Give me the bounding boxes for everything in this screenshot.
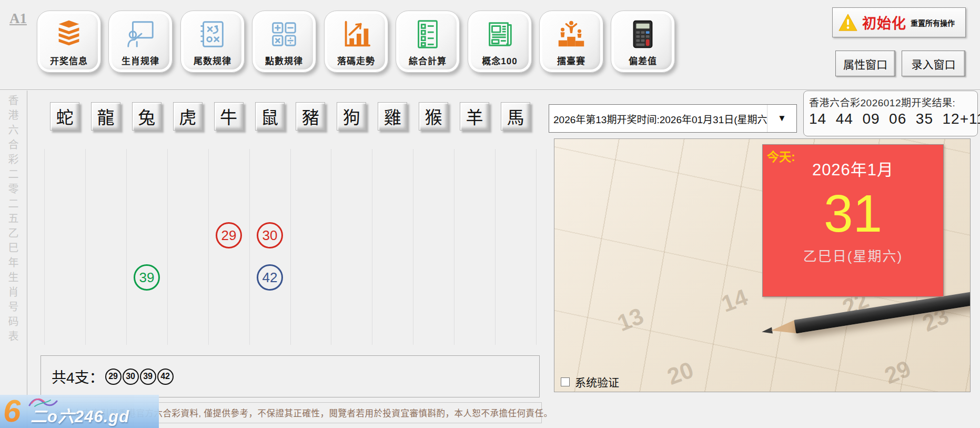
zodiac-column: [127, 149, 168, 345]
number-ball-30: 30: [257, 222, 283, 248]
zodiac-column: [331, 149, 372, 345]
number-ball-39: 39: [134, 264, 160, 291]
number-ball-29: 29: [216, 222, 242, 248]
summary-number-29: 29: [105, 369, 122, 385]
draw-result-title: 香港六合彩2026012期开奖结果:: [809, 95, 972, 109]
zodiac-column: [372, 149, 413, 345]
today-day: 31: [763, 182, 943, 244]
toolbar-button-label: 开奖信息: [50, 54, 88, 67]
toolbar-button-label: 點數規律: [265, 54, 303, 67]
bar-trend-icon: [340, 18, 372, 51]
zodiac-column: [291, 149, 332, 345]
system-verify-checkbox[interactable]: [561, 377, 570, 386]
zodiac-column: [86, 149, 127, 345]
system-verify-label: 系统验证: [575, 374, 619, 390]
today-day-info: 乙巳日(星期六): [763, 245, 943, 265]
today-label: 今天:: [767, 147, 795, 165]
books-icon: [53, 18, 85, 51]
entry-window-button[interactable]: 录入窗口: [902, 51, 965, 76]
zodiac-column: [168, 149, 209, 345]
system-verify-checkbox-row[interactable]: 系统验证: [561, 374, 619, 390]
toolbar-button-calculator[interactable]: 偏差值: [611, 11, 675, 73]
summary-box: 共4支： 29303942: [41, 355, 540, 397]
zodiac-column: [44, 149, 86, 345]
toolbar-button-label: 落碼走勢: [337, 54, 375, 67]
summary-number-39: 39: [140, 369, 156, 385]
period-select[interactable]: 2026年第13期开奖时间:2026年01月31日(星期六) ▼: [549, 104, 797, 133]
summary-number-30: 30: [123, 369, 139, 385]
watermark-logo: 6: [3, 395, 21, 428]
toolbar-button-math-signs[interactable]: 點數規律: [252, 11, 316, 73]
period-select-value: 2026年第13期开奖时间:2026年01月31日(星期六): [549, 112, 767, 126]
initialize-label: 初始化: [862, 12, 906, 33]
vertical-title: 香港六合彩二零二五乙巳年生肖号码表: [6, 95, 19, 345]
draw-result-numbers: 14 44 09 06 35 12+11: [809, 111, 972, 127]
toolbar-button-label: 尾数规律: [194, 54, 231, 67]
properties-window-label: 属性窗口: [843, 56, 887, 72]
toolbar-button-podium[interactable]: 擂臺賽: [539, 11, 603, 73]
number-ball-42: 42: [257, 264, 283, 291]
initialize-subtitle: 重置所有操作: [911, 17, 955, 28]
chevron-down-icon[interactable]: ▼: [767, 105, 796, 132]
summary-numbers: 29303942: [104, 369, 174, 385]
checklist-icon: [411, 18, 444, 51]
zodiac-column: [454, 149, 496, 345]
zodiac-button-8[interactable]: 狗: [337, 102, 366, 131]
toolbar-button-checklist[interactable]: 綜合計算: [396, 11, 460, 73]
zodiac-button-4[interactable]: 虎: [173, 102, 203, 131]
calendar-panel: 131422202923 今天: 2026年1月 31 乙巳日(星期六) 系统验…: [554, 138, 971, 392]
properties-window-button[interactable]: 属性窗口: [835, 51, 895, 76]
zodiac-button-9[interactable]: 雞: [378, 102, 407, 131]
summary-label: 共4支：: [52, 366, 104, 387]
zodiac-column: [496, 149, 537, 345]
zodiac-button-7[interactable]: 豬: [296, 102, 325, 131]
person-board-icon: [124, 18, 157, 51]
zodiac-number-grid: 29303942: [44, 149, 537, 345]
zodiac-button-1[interactable]: 蛇: [50, 102, 79, 131]
zodiac-button-3[interactable]: 兔: [132, 102, 161, 131]
newspaper-icon: [483, 18, 516, 51]
watermark-text: 二o六246.gd: [31, 403, 129, 427]
zodiac-button-11[interactable]: 羊: [460, 102, 489, 131]
toolbar-button-strategy-pad[interactable]: 尾数规律: [180, 11, 245, 73]
initialize-button[interactable]: 初始化 重置所有操作: [832, 7, 966, 37]
calculator-icon: [627, 18, 659, 51]
zodiac-button-12[interactable]: 馬: [501, 102, 530, 131]
zodiac-button-2[interactable]: 龍: [91, 102, 120, 131]
corner-label: A1: [9, 11, 27, 27]
toolbar-button-person-board[interactable]: 生肖规律: [108, 11, 173, 73]
toolbar-button-label: 擂臺賽: [557, 54, 585, 67]
left-panel-border: [27, 91, 27, 428]
toolbar-button-books[interactable]: 开奖信息: [37, 11, 101, 73]
warning-triangle-icon: [838, 13, 858, 33]
draw-result-box: 香港六合彩2026012期开奖结果: 14 44 09 06 35 12+11: [803, 91, 978, 136]
toolbar-button-newspaper[interactable]: 概念100: [468, 11, 532, 73]
today-card: 今天: 2026年1月 31 乙巳日(星期六): [762, 144, 944, 297]
toolbar-button-label: 概念100: [482, 54, 517, 67]
math-signs-icon: [268, 18, 300, 51]
strategy-pad-icon: [196, 18, 229, 51]
toolbar-button-label: 生肖规律: [122, 54, 159, 67]
toolbar-button-bar-trend[interactable]: 落碼走勢: [324, 11, 388, 73]
zodiac-button-10[interactable]: 猴: [419, 102, 448, 131]
zodiac-button-6[interactable]: 鼠: [255, 102, 285, 131]
app-window: A1 开奖信息生肖规律尾数规律點數規律落碼走勢綜合計算概念100擂臺賽偏差值 初…: [0, 0, 980, 428]
watermark: 6 二o六246.gd: [0, 395, 159, 428]
toolbar-button-label: 偏差值: [629, 54, 657, 67]
toolbar-button-label: 綜合計算: [409, 54, 447, 67]
zodiac-column: [413, 149, 454, 345]
entry-window-label: 录入窗口: [912, 56, 956, 72]
summary-number-42: 42: [157, 369, 174, 385]
zodiac-button-5[interactable]: 牛: [214, 102, 244, 131]
podium-icon: [555, 18, 588, 51]
